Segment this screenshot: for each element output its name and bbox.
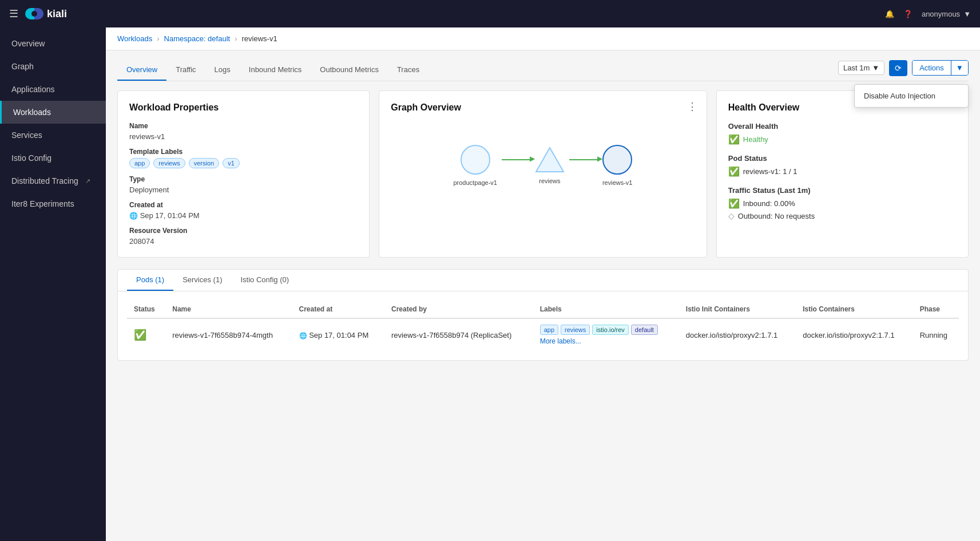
col-status: Status — [127, 301, 165, 318]
help-icon[interactable]: ❓ — [903, 10, 912, 18]
pods-table: Status Name Created at Created by Labels… — [127, 301, 959, 351]
actions-caret-button[interactable]: ▼ — [951, 61, 968, 75]
pod-tag-app: app — [540, 325, 558, 335]
inbound-label: Inbound: 0.00% — [743, 199, 795, 208]
arrow-line-1 — [502, 159, 530, 160]
sidebar-item-applications[interactable]: Applications — [0, 78, 106, 101]
health-overview-card: Health Overview Overall Health ✅ Healthy… — [716, 90, 969, 258]
row-name: reviews-v1-7f6558b974-4mgth — [165, 318, 292, 351]
graph-node-reviews-v1[interactable]: reviews-v1 — [602, 145, 633, 186]
col-istio-init: Istio Init Containers — [679, 301, 796, 318]
actions-button-group: Actions ▼ — [912, 60, 969, 76]
page-content: Overview Traffic Logs Inbound Metrics Ou… — [106, 50, 980, 370]
user-caret-icon: ▼ — [963, 10, 971, 18]
traffic-status-label: Traffic Status (Last 1m) — [728, 186, 957, 195]
time-range-select[interactable]: Last 1m ▼ — [838, 61, 884, 75]
sidebar-item-graph[interactable]: Graph — [0, 55, 106, 78]
workload-properties-title: Workload Properties — [129, 102, 358, 113]
graph-node-productpage[interactable]: productpage-v1 — [453, 145, 497, 186]
bell-icon[interactable]: 🔔 — [885, 10, 894, 18]
time-range-value: Last 1m — [843, 64, 870, 72]
logo-text: kiali — [47, 8, 67, 20]
breadcrumb: Workloads › Namespace: default › reviews… — [106, 27, 980, 50]
col-created-by: Created by — [384, 301, 533, 318]
resource-version-value: 208074 — [129, 237, 358, 246]
col-name: Name — [165, 301, 292, 318]
col-phase: Phase — [913, 301, 959, 318]
pods-table-wrapper: Status Name Created at Created by Labels… — [118, 291, 968, 360]
bottom-tab-row: Pods (1) Services (1) Istio Config (0) — [118, 270, 968, 291]
overall-health-value: Healthy — [743, 135, 768, 144]
pod-tag-istio-rev: istio.io/rev — [592, 325, 629, 335]
workload-properties-card: Workload Properties Name reviews-v1 Temp… — [117, 90, 370, 258]
top-navigation: ☰ kiali 🔔 ❓ anonymous ▼ — [0, 0, 980, 27]
row-istio-containers: docker.io/istio/proxyv2:1.7.1 — [796, 318, 912, 351]
graph-overview-card: Graph Overview ⋮ productpage-v1 — [379, 90, 707, 258]
node-label-reviews-v1: reviews-v1 — [602, 179, 633, 186]
tabs: Overview Traffic Logs Inbound Metrics Ou… — [117, 60, 428, 81]
bottom-tab-istio-config[interactable]: Istio Config (0) — [232, 270, 299, 291]
tab-traces[interactable]: Traces — [388, 60, 428, 81]
tag-app: app — [129, 158, 150, 168]
sidebar-item-iter8[interactable]: Iter8 Experiments — [0, 192, 106, 215]
pod-status-label: Pod Status — [728, 154, 957, 163]
row-labels: app reviews istio.io/rev default More la… — [533, 318, 679, 351]
resource-version-label: Resource Version — [129, 227, 358, 235]
refresh-button[interactable]: ⟳ — [889, 60, 907, 76]
cards-row: Workload Properties Name reviews-v1 Temp… — [117, 90, 969, 258]
tab-inbound-metrics[interactable]: Inbound Metrics — [240, 60, 311, 81]
name-label: Name — [129, 122, 358, 130]
graph-menu-icon[interactable]: ⋮ — [687, 100, 697, 113]
inbound-check-icon: ✅ — [728, 198, 740, 209]
nav-right: 🔔 ❓ anonymous ▼ — [885, 10, 971, 18]
kiali-logo-icon — [25, 8, 43, 19]
bottom-tabs-section: Pods (1) Services (1) Istio Config (0) S… — [117, 269, 969, 361]
tab-traffic[interactable]: Traffic — [166, 60, 205, 81]
time-range-caret-icon: ▼ — [872, 64, 879, 72]
type-value: Deployment — [129, 185, 358, 194]
row-created-by: reviews-v1-7f6558b974 (ReplicaSet) — [384, 318, 533, 351]
created-at-value: 🌐 Sep 17, 01:04 PM — [129, 211, 358, 220]
menu-hamburger-icon[interactable]: ☰ — [9, 7, 18, 20]
node-circle-productpage — [461, 145, 490, 175]
main-layout: Overview Graph Applications Workloads Se… — [0, 27, 980, 541]
bottom-tab-pods[interactable]: Pods (1) — [127, 270, 173, 291]
tag-v1: v1 — [223, 158, 240, 168]
tab-logs[interactable]: Logs — [205, 60, 240, 81]
outbound-label: Outbound: No requests — [738, 212, 815, 220]
sidebar-item-distributed-tracing[interactable]: Distributed Tracing ↗ — [0, 169, 106, 192]
sidebar-item-label: Workloads — [13, 108, 51, 117]
overall-health-label: Overall Health — [728, 122, 957, 131]
sidebar-item-istio-config[interactable]: Istio Config — [0, 147, 106, 169]
col-labels: Labels — [533, 301, 679, 318]
sidebar-item-overview[interactable]: Overview — [0, 32, 106, 55]
actions-dropdown-menu: Disable Auto Injection — [854, 84, 969, 108]
sidebar-item-label: Applications — [11, 85, 55, 94]
col-created-at: Created at — [292, 301, 384, 318]
actions-main-button[interactable]: Actions — [912, 61, 951, 75]
sidebar-item-label: Services — [11, 131, 42, 140]
pod-tag-default: default — [631, 325, 658, 335]
more-labels-link[interactable]: More labels... — [540, 337, 672, 345]
sidebar-item-label: Overview — [11, 39, 45, 48]
tag-version: version — [189, 158, 219, 168]
dropdown-item-disable-auto-injection[interactable]: Disable Auto Injection — [855, 87, 968, 105]
breadcrumb-namespace[interactable]: Namespace: default — [164, 34, 231, 43]
graph-node-reviews[interactable]: reviews — [535, 147, 565, 184]
template-labels-tags: app reviews version v1 — [129, 158, 358, 168]
tag-reviews: reviews — [153, 158, 185, 168]
outbound-item: ◇ Outbound: No requests — [728, 211, 957, 220]
user-menu[interactable]: anonymous ▼ — [922, 10, 971, 18]
breadcrumb-workloads[interactable]: Workloads — [117, 34, 152, 43]
pod-check-icon: ✅ — [728, 166, 740, 177]
bottom-tab-services[interactable]: Services (1) — [173, 270, 231, 291]
graph-arrow-1 — [497, 159, 535, 160]
tab-overview[interactable]: Overview — [117, 60, 166, 81]
row-istio-init: docker.io/istio/proxyv2:1.7.1 — [679, 318, 796, 351]
type-label: Type — [129, 175, 358, 183]
table-row: ✅ reviews-v1-7f6558b974-4mgth 🌐 Sep 17, … — [127, 318, 959, 351]
tab-outbound-metrics[interactable]: Outbound Metrics — [311, 60, 388, 81]
sidebar-item-workloads[interactable]: Workloads — [0, 101, 106, 124]
sidebar-item-services[interactable]: Services — [0, 124, 106, 147]
created-at-label: Created at — [129, 201, 358, 209]
